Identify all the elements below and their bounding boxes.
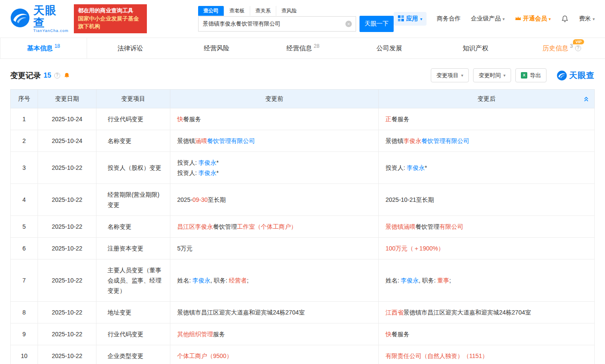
table-row: 72025-10-22主要人员变更（董事会成员、监事、经理变更）姓名: 李俊永,… — [11, 259, 595, 302]
after-cell: 江西省景德镇市昌江区迎宾大道嘉和迎宾城24栋2704室 — [379, 302, 595, 323]
changed-text: 快 — [177, 116, 183, 122]
tab-intellectual-property[interactable]: 知识产权 — [433, 38, 519, 58]
search-tab-risk[interactable]: 查风险 — [276, 6, 302, 16]
tab-history-info[interactable]: 历史信息3?VIP — [519, 38, 605, 58]
search-input[interactable] — [198, 16, 356, 32]
table-row: 42025-10-22经营期限(营业期限)变更2025-09-30至长期2025… — [11, 184, 595, 216]
user-menu[interactable]: 费米 ▾ — [579, 15, 595, 23]
cell-text: 服务 — [213, 331, 225, 338]
search-box: × — [198, 16, 356, 32]
notifications-bell-icon[interactable] — [561, 15, 569, 23]
table-row: 52025-10-22名称变更昌江区李俊永餐饮管理工作室（个体工商户）景德镇涵喂… — [11, 216, 595, 238]
section-actions: 变更项目 ▾ 变更时间 ▾ X 导出 天眼查 — [431, 68, 595, 82]
cell-text: 投资人: — [177, 159, 199, 166]
search-tab-boss[interactable]: 查老板 — [224, 6, 250, 16]
entity-link[interactable]: 李俊永 — [407, 164, 425, 171]
tab-legal[interactable]: 法律诉讼 — [87, 38, 173, 58]
seq-cell: 4 — [11, 184, 38, 216]
tab-operating-info[interactable]: 经营信息28 — [260, 38, 346, 58]
after-cell: 快餐服务 — [379, 323, 595, 345]
entity-link[interactable]: 李俊永 — [401, 277, 419, 284]
chevron-down-icon: ▾ — [461, 73, 463, 78]
search-area: 查公司查老板查关系查风险 × 天眼一下 — [198, 6, 394, 32]
collapse-all-icon[interactable] — [583, 96, 589, 102]
before-cell: 快餐服务 — [170, 108, 379, 130]
before-cell: 昌江区李俊永餐饮管理工作室（个体工商户） — [170, 216, 379, 238]
help-icon: ? — [575, 45, 581, 51]
table-row: 22025-10-24名称变更景德镇涵喂餐饮管理有限公司景德镇李俊永餐饮管理有限… — [11, 130, 595, 152]
date-cell: 2025-10-22 — [38, 216, 96, 238]
entity-link[interactable]: 李俊永 — [199, 159, 216, 166]
table-header-row: 序号 变更日期 变更项目 变更前 变更后 — [11, 90, 595, 108]
apps-grid-icon — [398, 15, 404, 23]
nav-enterprise-products[interactable]: 企业级产品 ▾ — [471, 15, 505, 23]
cell-text: 姓名: — [386, 277, 401, 284]
tab-count: 18 — [54, 43, 60, 49]
tianyancha-logo[interactable]: 天眼查 TianYanCha.com — [10, 4, 69, 33]
changed-text: 个体工商户（9500） — [177, 352, 232, 359]
before-cell: 景德镇市昌江区迎宾大道嘉和迎宾城24栋2704室 — [170, 302, 379, 323]
seq-cell: 10 — [11, 345, 38, 364]
date-cell: 2025-10-22 — [38, 259, 96, 302]
tab-company-development[interactable]: 公司发展 — [346, 38, 433, 58]
cell-text: 姓名: — [177, 277, 193, 284]
cell-text: 5万元 — [177, 245, 193, 252]
table-row: 32025-10-22投资人（股权）变更投资人: 李俊永*投资人: 李俊永*投资… — [11, 152, 595, 184]
tab-bar: 基本信息18法律诉讼经营风险经营信息28公司发展知识产权历史信息3?VIP — [0, 38, 605, 59]
tab-label: 经营风险 — [204, 44, 229, 52]
chevron-down-icon: ▾ — [503, 73, 506, 78]
table-row: 62025-10-22注册资本变更5万元100万元（＋1900%） — [11, 238, 595, 259]
changed-text: 有限责任公司（自然人独资）（1151） — [386, 352, 488, 359]
cell-text: 餐饮管理 — [415, 223, 439, 230]
table-row: 82025-10-22地址变更景德镇市昌江区迎宾大道嘉和迎宾城24栋2704室江… — [11, 302, 595, 323]
date-cell: 2025-10-22 — [38, 323, 96, 345]
subscribe-bell-icon[interactable] — [64, 72, 70, 79]
search-tab-company[interactable]: 查公司 — [198, 6, 224, 16]
cell-text: 投资人: — [177, 169, 199, 176]
cell-text: 景德镇 — [386, 137, 403, 144]
seq-cell: 1 — [11, 108, 38, 130]
filter-change-time-button[interactable]: 变更时间 ▾ — [473, 68, 511, 82]
date-cell: 2025-10-22 — [38, 184, 96, 216]
after-cell: 正餐服务 — [379, 108, 595, 130]
nav-open-vip[interactable]: 开通会员 ▾ — [515, 15, 551, 23]
search-tab-relation[interactable]: 查关系 — [250, 6, 276, 16]
entity-link[interactable]: 李俊永 — [199, 169, 216, 176]
after-cell: 100万元（＋1900%） — [379, 238, 595, 259]
apps-label: 应用 — [406, 15, 418, 23]
entity-link[interactable]: 餐饮管理有限公司 — [421, 137, 469, 144]
export-button[interactable]: X 导出 — [515, 68, 547, 82]
search-tabs: 查公司查老板查关系查风险 — [198, 6, 394, 16]
clear-search-icon[interactable]: × — [345, 21, 352, 27]
before-cell: 投资人: 李俊永*投资人: 李俊永* — [170, 152, 379, 184]
before-cell: 姓名: 李俊永, 职务: 经营者; — [170, 259, 379, 302]
item-cell: 注册资本变更 — [96, 238, 170, 259]
cell-text: ; — [247, 277, 248, 284]
changed-text: 李俊永 — [195, 223, 213, 230]
cell-text: 景德镇市昌江区迎宾大道嘉和迎宾城24栋2704室 — [177, 309, 305, 316]
date-cell: 2025-10-22 — [38, 302, 96, 323]
filter-change-item-button[interactable]: 变更项目 ▾ — [431, 68, 469, 82]
table-row: 92025-10-22行业代码变更其他组织管理服务快餐服务 — [11, 323, 595, 345]
seq-cell: 2 — [11, 130, 38, 152]
changed-text: 正 — [386, 116, 392, 122]
help-icon[interactable]: ? — [54, 73, 60, 79]
after-cell: 有限责任公司（自然人独资）（1151） — [379, 345, 595, 364]
cell-text: ; — [449, 277, 451, 284]
header-seq: 序号 — [11, 90, 38, 108]
date-cell: 2025-10-22 — [38, 152, 96, 184]
before-cell: 景德镇涵喂餐饮管理有限公司 — [170, 130, 379, 152]
section-count: 15 — [44, 72, 51, 79]
cell-text: * — [425, 164, 427, 171]
search-button[interactable]: 天眼一下 — [359, 16, 394, 32]
changed-text: 涵喂 — [195, 137, 207, 144]
tab-operating-risk[interactable]: 经营风险 — [173, 38, 260, 58]
apps-menu[interactable]: 应用 ▾ — [394, 12, 427, 26]
tab-basic-info[interactable]: 基本信息18 — [0, 38, 87, 58]
entity-link[interactable]: 李俊永 — [193, 277, 210, 284]
seq-cell: 6 — [11, 238, 38, 259]
entity-link[interactable]: 餐饮管理有限公司 — [207, 137, 255, 144]
chevron-down-icon: ▾ — [420, 17, 422, 21]
nav-business-cooperation[interactable]: 商务合作 — [437, 15, 461, 23]
item-cell: 主要人员变更（董事会成员、监事、经理变更） — [96, 259, 170, 302]
